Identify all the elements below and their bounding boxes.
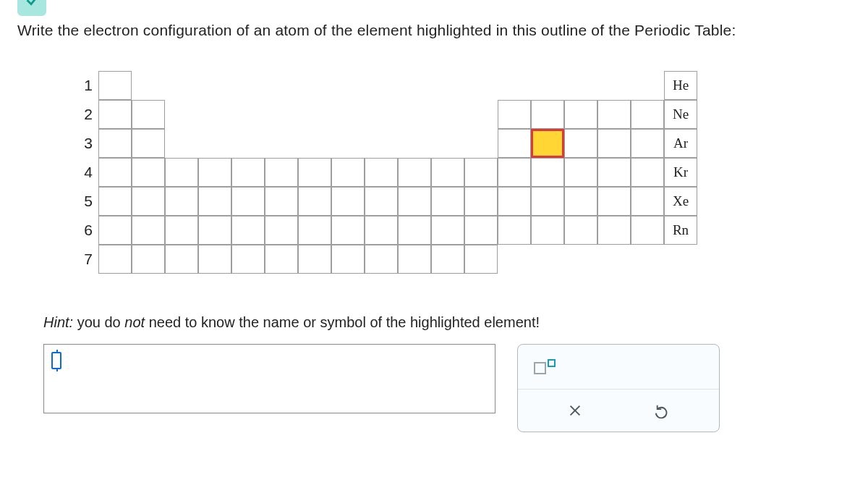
pt-cell xyxy=(431,245,464,274)
tools-top xyxy=(518,345,719,390)
pt-cell xyxy=(132,187,165,216)
pt-cell-Rn: Rn xyxy=(664,216,697,245)
pt-cell xyxy=(498,100,531,129)
pt-cell xyxy=(564,187,597,216)
pt-cell xyxy=(132,245,165,274)
pt-cell-Kr: Kr xyxy=(664,158,697,187)
pt-cell xyxy=(132,100,165,129)
pt-cell xyxy=(98,216,132,245)
pt-cell xyxy=(398,187,431,216)
pt-cell xyxy=(265,245,298,274)
pt-cell xyxy=(165,187,198,216)
hint-not: not xyxy=(124,314,145,330)
pt-cell xyxy=(531,100,564,129)
pt-cell xyxy=(431,216,464,245)
pt-cell xyxy=(231,245,265,274)
pt-cell xyxy=(597,187,631,216)
pt-cell xyxy=(365,216,398,245)
answer-input[interactable] xyxy=(43,344,495,413)
periodic-table: 1234567HeNeArKrXeRn xyxy=(72,71,723,288)
pt-cell-Xe: Xe xyxy=(664,187,697,216)
pt-cell xyxy=(98,187,132,216)
tools-panel xyxy=(517,344,720,432)
pt-cell xyxy=(198,245,231,274)
pt-cell xyxy=(398,158,431,187)
superscript-base-icon xyxy=(534,362,546,374)
pt-cell xyxy=(165,245,198,274)
period-label: 5 xyxy=(71,193,93,210)
close-icon xyxy=(567,403,583,418)
pt-cell xyxy=(132,216,165,245)
pt-cell-highlighted xyxy=(531,129,564,158)
period-label: 7 xyxy=(71,251,93,268)
pt-cell xyxy=(531,187,564,216)
pt-cell xyxy=(231,158,265,187)
period-label: 3 xyxy=(71,135,93,152)
pt-cell xyxy=(132,158,165,187)
pt-cell xyxy=(498,158,531,187)
pt-cell xyxy=(498,129,531,158)
pt-cell xyxy=(564,158,597,187)
pt-cell xyxy=(631,100,664,129)
pt-cell xyxy=(564,100,597,129)
pt-cell xyxy=(398,216,431,245)
pt-cell xyxy=(298,245,331,274)
pt-cell xyxy=(531,216,564,245)
pt-cell xyxy=(564,216,597,245)
pt-cell xyxy=(464,216,498,245)
pt-cell xyxy=(231,216,265,245)
pt-cell xyxy=(98,71,132,100)
pt-cell xyxy=(398,245,431,274)
pt-cell xyxy=(265,187,298,216)
pt-cell xyxy=(331,187,365,216)
pt-cell xyxy=(198,187,231,216)
period-label: 4 xyxy=(71,164,93,181)
answer-row xyxy=(43,344,868,432)
period-label: 6 xyxy=(71,222,93,239)
question-text: Write the electron configuration of an a… xyxy=(0,0,868,39)
undo-icon xyxy=(655,403,671,418)
pt-cell xyxy=(631,129,664,158)
pt-cell xyxy=(431,187,464,216)
superscript-button[interactable] xyxy=(534,359,556,374)
hint-text: Hint: you do not need to know the name o… xyxy=(43,314,868,331)
pt-cell xyxy=(597,216,631,245)
pt-cell-He: He xyxy=(664,71,697,100)
pt-cell xyxy=(631,187,664,216)
pt-cell-Ne: Ne xyxy=(664,100,697,129)
pt-cell xyxy=(265,216,298,245)
clear-button[interactable] xyxy=(556,397,594,424)
pt-cell xyxy=(98,245,132,274)
pt-cell xyxy=(165,158,198,187)
pt-cell xyxy=(365,187,398,216)
pt-cell xyxy=(597,158,631,187)
pt-cell xyxy=(231,187,265,216)
pt-cell xyxy=(498,187,531,216)
hint-part2: need to know the name or symbol of the h… xyxy=(145,314,540,330)
pt-cell xyxy=(498,216,531,245)
pt-cell xyxy=(165,216,198,245)
superscript-exp-icon xyxy=(548,359,556,367)
pt-cell xyxy=(365,245,398,274)
pt-cell xyxy=(132,129,165,158)
status-check-icon xyxy=(17,0,46,16)
pt-cell xyxy=(597,100,631,129)
hint-part1: you do xyxy=(73,314,124,330)
pt-cell xyxy=(98,100,132,129)
pt-cell xyxy=(631,216,664,245)
pt-cell xyxy=(531,158,564,187)
tools-bottom xyxy=(518,390,719,432)
pt-cell xyxy=(431,158,464,187)
pt-cell xyxy=(464,187,498,216)
pt-cell xyxy=(198,216,231,245)
pt-cell xyxy=(597,129,631,158)
hint-label: Hint: xyxy=(43,314,73,330)
pt-cell xyxy=(265,158,298,187)
pt-cell xyxy=(331,158,365,187)
text-cursor-icon xyxy=(51,352,61,369)
pt-cell xyxy=(298,187,331,216)
pt-cell xyxy=(365,158,398,187)
pt-cell xyxy=(631,158,664,187)
pt-cell xyxy=(298,158,331,187)
reset-button[interactable] xyxy=(644,397,681,424)
